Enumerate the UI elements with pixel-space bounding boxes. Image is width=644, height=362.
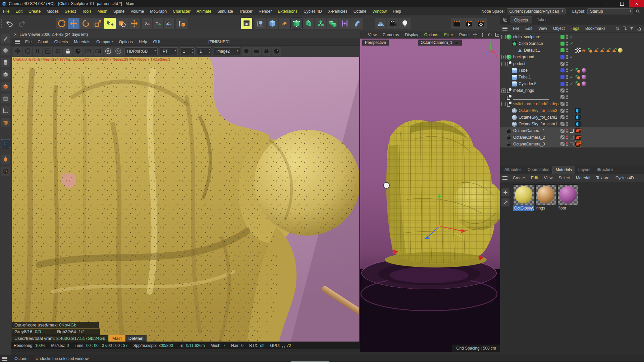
tag-balltri-icon[interactable] xyxy=(575,81,581,86)
make-editable-icon[interactable] xyxy=(1,34,10,43)
tag-squiggle-icon[interactable] xyxy=(581,48,587,53)
om-menu-object[interactable]: Object xyxy=(550,26,568,31)
pause-render-icon[interactable] xyxy=(33,47,42,56)
layer-color-toggle[interactable] xyxy=(560,102,565,106)
object-name[interactable]: metal_rings xyxy=(513,88,534,93)
object-row-octanesky-for-cam2[interactable]: OctaneSky_for_cam2 xyxy=(500,114,644,121)
object-name[interactable]: Cylinder.5 xyxy=(519,81,536,86)
live-viewer-titlebar[interactable]: ✕ Live Viewer 2020.2.4-R2 (24 days left) xyxy=(11,31,360,38)
tag-balltri-icon[interactable] xyxy=(575,68,581,73)
hamburger-icon[interactable] xyxy=(502,176,507,180)
visibility-dots[interactable] xyxy=(566,48,568,52)
rotate-tool[interactable] xyxy=(80,18,92,29)
move-tool[interactable] xyxy=(68,18,79,29)
visibility-dots[interactable] xyxy=(566,129,568,133)
redo-button[interactable] xyxy=(16,18,28,29)
tag-matpurple-icon[interactable] xyxy=(581,74,587,80)
expander-icon[interactable]: − xyxy=(501,35,506,39)
visibility-dots[interactable] xyxy=(566,82,568,86)
render-current-view-button[interactable] xyxy=(451,18,463,29)
main-menu-simulate[interactable]: Simulate xyxy=(214,9,236,14)
edges-mode-icon[interactable] xyxy=(1,82,10,91)
colorspace-select[interactable]: HDR/sRGB xyxy=(124,47,158,55)
material-thumbnail[interactable] xyxy=(535,184,556,205)
main-menu-volume[interactable]: Volume xyxy=(127,9,147,14)
object-row-octanesky-for-cam1[interactable]: OctaneSky_for_cam1 xyxy=(500,121,644,127)
object-row-tube[interactable]: Tube✓ xyxy=(500,67,644,74)
mat-menu-edit[interactable]: Edit xyxy=(528,176,541,180)
spline-object-button[interactable] xyxy=(255,18,266,29)
tag-checker-icon[interactable] xyxy=(575,48,581,53)
mat-menu-select[interactable]: Select xyxy=(556,176,573,180)
object-row-item[interactable]: ________________ xyxy=(500,94,644,101)
lv-menu-cloud[interactable]: Cloud xyxy=(35,40,51,44)
main-menu-character[interactable]: Character xyxy=(170,9,194,14)
layer-color-toggle[interactable] xyxy=(560,142,565,146)
layer-color-toggle[interactable] xyxy=(560,109,565,113)
enabled-check-icon[interactable]: ✓ xyxy=(570,81,573,86)
main-menu-file[interactable]: File xyxy=(0,9,12,14)
hamburger-icon[interactable] xyxy=(502,27,507,31)
y-axis-lock-button[interactable]: Y xyxy=(153,18,163,29)
render-view-button[interactable] xyxy=(241,18,252,29)
main-menu-select[interactable]: Select xyxy=(62,9,79,14)
extrude-button[interactable] xyxy=(303,18,314,29)
material-thumbnail[interactable] xyxy=(557,184,578,205)
tag-tri-icon[interactable] xyxy=(611,48,617,53)
object-row-octanecamera-3[interactable]: OctaneCamera_3 xyxy=(500,141,644,147)
object-name[interactable]: switch order of hdri´s depe xyxy=(513,102,560,106)
render-settings-icon[interactable] xyxy=(53,47,62,56)
visibility-dots[interactable] xyxy=(566,75,568,79)
layout-select[interactable]: Startup xyxy=(587,8,633,14)
active-camera-label[interactable]: OctaneCamera_1 xyxy=(418,40,462,46)
mat-menu-view[interactable]: View xyxy=(541,176,556,180)
close-button[interactable]: ✕ xyxy=(629,0,644,7)
object-row-octanecamera-2[interactable]: OctaneCamera_2 xyxy=(500,134,644,141)
om-menu-file[interactable]: File xyxy=(510,26,522,31)
tag-tri-icon[interactable] xyxy=(605,48,611,53)
primitive-cube-button[interactable] xyxy=(267,18,278,29)
main-menu-help[interactable]: Help xyxy=(390,9,404,14)
tab-objects[interactable]: Objects xyxy=(510,16,532,23)
tag-matpurple-icon[interactable] xyxy=(581,68,587,73)
focus-picker-icon[interactable] xyxy=(94,47,103,56)
tag-camtag-active-icon[interactable] xyxy=(575,141,581,147)
layer-color-toggle[interactable] xyxy=(560,75,565,79)
object-row-background[interactable]: +background✓ xyxy=(500,54,644,60)
fields-button[interactable] xyxy=(339,18,351,29)
cloner-button[interactable] xyxy=(315,18,326,29)
lv-menu-options[interactable]: Options xyxy=(116,40,136,44)
mat-menu-cycles-4d[interactable]: Cycles 4D xyxy=(612,176,637,180)
hexagon-node-icon[interactable] xyxy=(242,47,251,56)
layer-color-toggle[interactable] xyxy=(560,122,565,126)
panel-tab-materials[interactable]: Materials xyxy=(552,166,575,174)
layer-color-toggle[interactable] xyxy=(560,135,565,139)
visibility-dots[interactable] xyxy=(566,102,568,106)
main-menu-render[interactable]: Render xyxy=(256,9,275,14)
node-space-select[interactable]: Current (Standard/Physical) xyxy=(507,8,566,14)
vp-menu-panel[interactable]: Panel xyxy=(456,33,473,37)
visibility-dots[interactable] xyxy=(566,88,568,93)
visibility-dots[interactable] xyxy=(566,95,568,99)
points-mode-icon[interactable] xyxy=(1,70,10,79)
panel-list-icon[interactable] xyxy=(503,17,508,22)
object-name[interactable]: ________________ xyxy=(513,95,549,100)
layer-color-toggle[interactable] xyxy=(560,95,565,99)
object-name[interactable]: OctaneSky_for_cam2 xyxy=(519,115,557,120)
volume-builder-button[interactable] xyxy=(327,18,338,29)
render-picture-viewer-button[interactable] xyxy=(463,18,475,29)
tag-texball-icon[interactable] xyxy=(618,48,623,53)
dolly-view-icon[interactable] xyxy=(480,32,485,37)
main-menu-animate[interactable]: Animate xyxy=(194,9,214,14)
visibility-dots[interactable] xyxy=(566,55,568,59)
live-selection-tool[interactable] xyxy=(56,18,67,29)
tag-tri-icon[interactable] xyxy=(599,48,605,53)
material-picker-icon[interactable] xyxy=(73,47,83,56)
mat-menu-texture[interactable]: Texture xyxy=(593,176,612,180)
material-name[interactable]: OctGlossy1 xyxy=(513,205,534,211)
visibility-dots[interactable] xyxy=(566,122,568,126)
visibility-dots[interactable] xyxy=(566,68,568,72)
panel-tab-structure[interactable]: Structure xyxy=(593,167,616,172)
object-name[interactable]: OctaneSky_for_cam1 xyxy=(519,122,557,126)
subframe-spinner-b[interactable]: 1 xyxy=(197,47,211,55)
